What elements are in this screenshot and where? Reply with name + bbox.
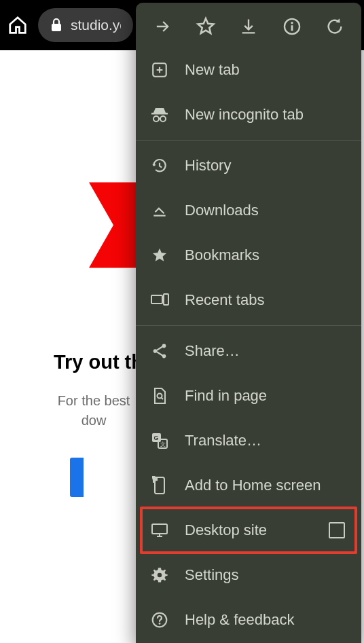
menu-item-label: Downloads: [185, 202, 348, 219]
svg-text:文: 文: [160, 441, 166, 447]
menu-bookmarks[interactable]: Bookmarks: [136, 233, 361, 278]
share-icon: [149, 341, 170, 361]
menu-desktop-site[interactable]: Desktop site: [136, 508, 361, 553]
desktop-icon: [149, 520, 170, 540]
menu-item-label: Recent tabs: [185, 291, 348, 309]
svg-rect-4: [291, 25, 293, 31]
menu-help-feedback[interactable]: Help & feedback: [136, 598, 361, 642]
svg-point-14: [158, 394, 162, 399]
menu-action-row: [136, 3, 361, 48]
svg-rect-0: [52, 24, 61, 31]
page-subtext: For the best dow: [58, 391, 130, 430]
svg-text:G: G: [153, 435, 158, 441]
svg-rect-6: [151, 113, 168, 115]
menu-item-label: New tab: [185, 61, 348, 79]
menu-item-label: Help & feedback: [185, 611, 348, 629]
svg-point-23: [159, 623, 161, 625]
home-icon[interactable]: [5, 13, 30, 37]
menu-item-label: Add to Home screen: [185, 477, 348, 494]
find-icon: [149, 386, 170, 406]
add-to-home-icon: [149, 475, 170, 496]
url-text: studio.yo: [71, 17, 121, 33]
downloads-icon: [149, 200, 170, 221]
recent-tabs-icon: [149, 290, 170, 310]
lock-icon: [50, 18, 62, 33]
menu-item-label: Translate…: [185, 432, 348, 449]
history-icon: [149, 155, 170, 176]
menu-divider: [136, 325, 361, 326]
translate-icon: G文: [149, 430, 170, 451]
svg-point-7: [153, 116, 159, 122]
svg-point-8: [160, 116, 166, 122]
new-tab-icon: [149, 60, 170, 80]
svg-rect-10: [164, 294, 168, 305]
svg-point-21: [158, 573, 162, 578]
download-icon[interactable]: [237, 15, 260, 38]
menu-item-label: Share…: [185, 342, 348, 360]
menu-new-tab[interactable]: New tab: [136, 48, 361, 92]
bookmarks-icon: [149, 245, 170, 265]
menu-new-incognito[interactable]: New incognito tab: [136, 92, 361, 137]
menu-item-label: New incognito tab: [185, 106, 348, 124]
menu-add-to-home[interactable]: Add to Home screen: [136, 463, 361, 508]
menu-item-label: Find in page: [185, 387, 348, 405]
address-bar[interactable]: studio.yo: [38, 8, 133, 42]
menu-share[interactable]: Share…: [136, 329, 361, 373]
menu-history[interactable]: History: [136, 143, 361, 188]
refresh-icon[interactable]: [323, 15, 346, 38]
menu-item-label: Desktop site: [185, 521, 314, 539]
primary-button[interactable]: [70, 458, 84, 497]
menu-find-in-page[interactable]: Find in page: [136, 373, 361, 418]
help-icon: [149, 610, 170, 630]
menu-recent-tabs[interactable]: Recent tabs: [136, 278, 361, 323]
incognito-icon: [149, 105, 170, 125]
menu-item-label: Bookmarks: [185, 246, 348, 264]
settings-icon: [149, 565, 170, 585]
desktop-site-checkbox[interactable]: [329, 522, 345, 538]
menu-item-label: Settings: [185, 566, 348, 584]
svg-rect-9: [151, 295, 162, 304]
svg-point-3: [291, 22, 293, 24]
svg-rect-20: [152, 524, 167, 534]
forward-icon[interactable]: [151, 15, 174, 38]
menu-divider: [136, 140, 361, 141]
menu-downloads[interactable]: Downloads: [136, 188, 361, 233]
menu-item-label: History: [185, 157, 348, 174]
menu-translate[interactable]: G文 Translate…: [136, 418, 361, 463]
info-icon[interactable]: [280, 15, 304, 38]
star-icon[interactable]: [194, 15, 217, 38]
menu-settings[interactable]: Settings: [136, 553, 361, 598]
overflow-menu: New tab New incognito tab History Downlo…: [136, 3, 361, 643]
